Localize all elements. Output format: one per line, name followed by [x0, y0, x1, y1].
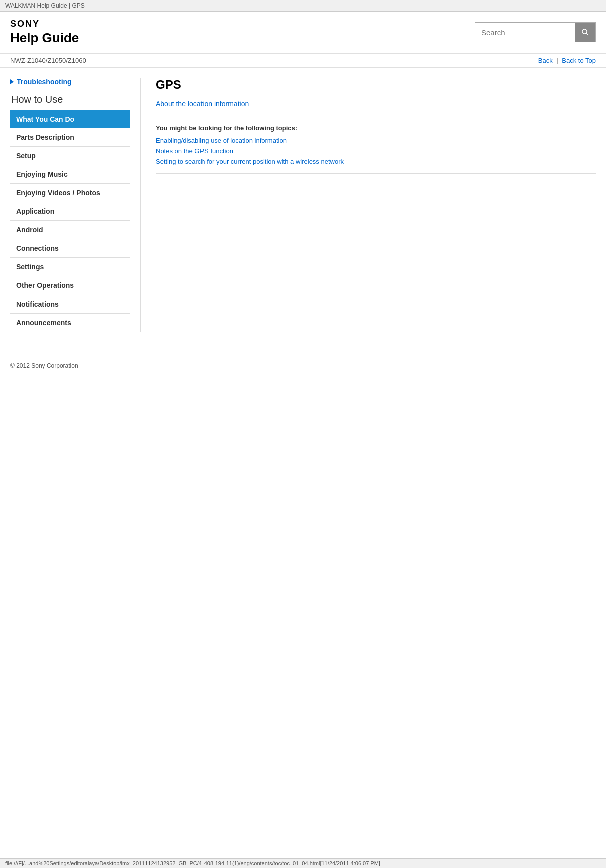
search-button[interactable] [575, 23, 595, 42]
sidebar-item-connections[interactable]: Connections [10, 239, 130, 258]
search-icon [581, 28, 589, 36]
sidebar: Troubleshooting How to Use What You Can … [10, 78, 140, 332]
related-link-0[interactable]: Enabling/disabling use of location infor… [156, 137, 596, 144]
search-area [475, 22, 596, 42]
page-header: SONY Help Guide [0, 12, 606, 54]
browser-title-bar: WALKMAN Help Guide | GPS [0, 0, 606, 12]
sidebar-item-what-you-can-do[interactable]: What You Can Do [10, 110, 130, 128]
sidebar-item-setup[interactable]: Setup [10, 147, 130, 165]
svg-point-0 [582, 29, 587, 34]
related-link-1[interactable]: Notes on the GPS function [156, 147, 596, 155]
sidebar-items: What You Can Do Parts Description Setup … [10, 110, 130, 332]
sidebar-item-notifications[interactable]: Notifications [10, 295, 130, 314]
how-to-use-label: How to Use [10, 94, 130, 105]
help-guide-title: Help Guide [10, 30, 79, 46]
main-content-link[interactable]: About the location information [156, 100, 596, 108]
chevron-right-icon [10, 79, 14, 84]
main-container: Troubleshooting How to Use What You Can … [0, 68, 606, 342]
sidebar-item-enjoying-videos-photos[interactable]: Enjoying Videos / Photos [10, 184, 130, 202]
nav-links: Back | Back to Top [538, 57, 596, 64]
nav-separator: | [556, 57, 558, 64]
content-divider [156, 116, 596, 116]
footer: © 2012 Sony Corporation [0, 352, 606, 379]
related-link-2[interactable]: Setting to search for your current posit… [156, 158, 596, 165]
sidebar-item-enjoying-music[interactable]: Enjoying Music [10, 165, 130, 184]
troubleshooting-link[interactable]: Troubleshooting [10, 78, 130, 86]
sidebar-item-application[interactable]: Application [10, 202, 130, 221]
content-area: GPS About the location information You m… [140, 78, 596, 332]
sidebar-item-settings[interactable]: Settings [10, 258, 130, 276]
search-input[interactable] [475, 24, 575, 41]
svg-line-1 [586, 33, 588, 35]
nav-bar: NWZ-Z1040/Z1050/Z1060 Back | Back to Top [0, 54, 606, 68]
sidebar-item-other-operations[interactable]: Other Operations [10, 276, 130, 295]
header-logo-area: SONY Help Guide [10, 19, 79, 46]
back-link[interactable]: Back [538, 57, 553, 64]
back-to-top-link[interactable]: Back to Top [562, 57, 596, 64]
device-model: NWZ-Z1040/Z1050/Z1060 [10, 57, 86, 64]
sidebar-item-android[interactable]: Android [10, 221, 130, 239]
you-might-label: You might be looking for the following t… [156, 124, 596, 132]
sidebar-item-parts-description[interactable]: Parts Description [10, 128, 130, 147]
copyright-text: © 2012 Sony Corporation [10, 362, 78, 369]
content-divider-bottom [156, 173, 596, 174]
troubleshooting-label: Troubleshooting [17, 78, 72, 86]
sony-logo: SONY [10, 19, 79, 29]
page-title: GPS [156, 78, 596, 92]
sidebar-item-announcements[interactable]: Announcements [10, 314, 130, 332]
browser-title-text: WALKMAN Help Guide | GPS [5, 2, 85, 9]
